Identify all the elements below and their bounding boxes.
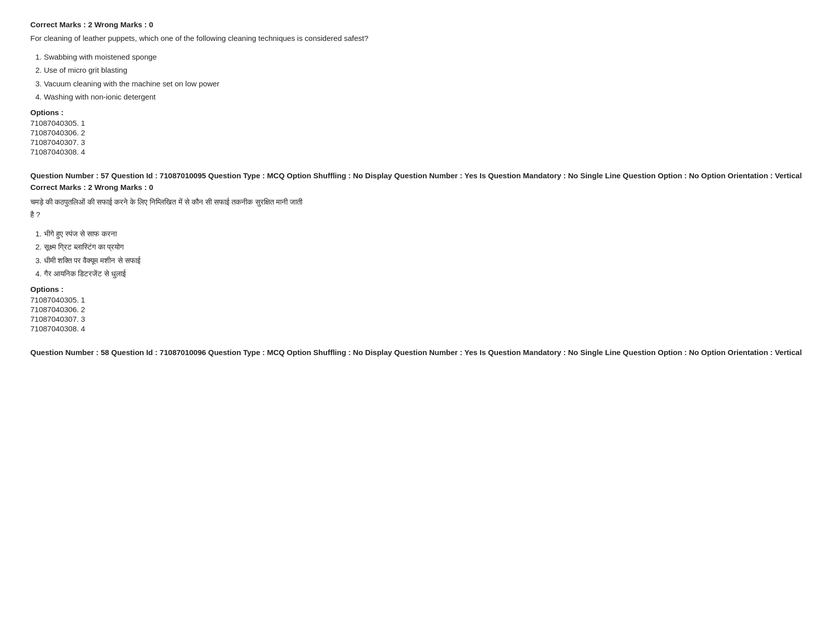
answer-options-57: 71087040305. 1 71087040306. 2 7108704030… [30,295,804,333]
question-text-56: For cleaning of leather puppets, which o… [30,33,485,44]
options-list-57: 1. भीगे हुए स्पंज से साफ करना 2. सूक्ष्म… [30,228,804,280]
option-56-2: 2. Use of micro grit blasting [35,65,804,76]
option-57-2: 2. सूक्ष्म ग्रिट ब्लास्टिंग का प्रयोग [35,241,804,253]
options-list-56: 1. Swabbing with moistened sponge 2. Use… [30,52,804,103]
correct-marks-57: Correct Marks : 2 Wrong Marks : 0 [30,183,804,191]
question-58-section: Question Number : 58 Question Id : 71087… [30,348,804,357]
question-57-section: Question Number : 57 Question Id : 71087… [30,171,804,333]
answer-option-56-4: 71087040308. 4 [30,147,804,156]
meta-58: Question Number : 58 Question Id : 71087… [30,348,804,357]
options-label-56: Options : [30,108,804,117]
options-label-57: Options : [30,285,804,293]
option-56-4: 4. Washing with non-ionic detergent [35,91,804,103]
option-57-4: 4. गैर आयनिक डिटरजेंट से धुलाई [35,268,804,280]
answer-option-57-4: 71087040308. 4 [30,324,804,333]
answer-option-56-2: 71087040306. 2 [30,128,804,137]
meta-57: Question Number : 57 Question Id : 71087… [30,171,804,180]
option-56-3: 3. Vacuum cleaning with the machine set … [35,78,804,90]
answer-options-56: 71087040305. 1 71087040306. 2 7108704030… [30,119,804,156]
answer-option-57-1: 71087040305. 1 [30,295,804,304]
answer-option-56-1: 71087040305. 1 [30,119,804,127]
question-text-57-line1: चमड़े की कठपुतलिओं की सफाई करने के लिए न… [30,197,302,206]
option-57-1: 1. भीगे हुए स्पंज से साफ करना [35,228,804,240]
question-text-57-line2: है ? [30,210,40,219]
option-56-1: 1. Swabbing with moistened sponge [35,52,804,63]
correct-marks-56: Correct Marks : 2 Wrong Marks : 0 [30,20,804,29]
question-56-section: Correct Marks : 2 Wrong Marks : 0 For cl… [30,20,804,156]
answer-option-57-2: 71087040306. 2 [30,305,804,314]
question-text-57: चमड़े की कठपुतलिओं की सफाई करने के लिए न… [30,195,485,221]
answer-option-56-3: 71087040307. 3 [30,138,804,146]
answer-option-57-3: 71087040307. 3 [30,315,804,323]
option-57-3: 3. धीमी शक्ति पर वैक्यूम मशीन से सफाई [35,255,804,267]
